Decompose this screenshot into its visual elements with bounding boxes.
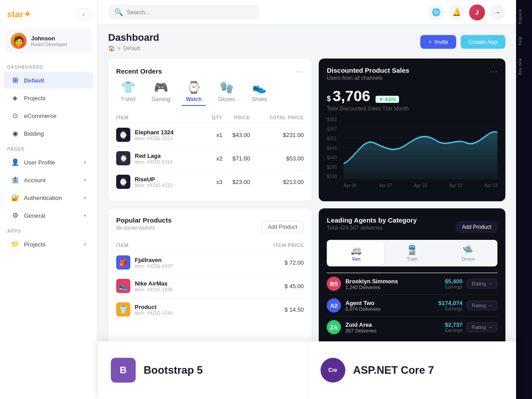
bidding-icon: ◉: [11, 129, 20, 138]
sidebar-item-label: Default: [24, 77, 86, 84]
item-price: $43.00: [223, 123, 250, 147]
search-input[interactable]: [127, 9, 253, 16]
home-icon: 🏠: [108, 45, 115, 51]
dollar-sign: $: [327, 95, 331, 103]
promo-aspnet: Cre ASP.NET Core 7: [307, 341, 516, 399]
rating-label: Rating: [472, 325, 486, 330]
buy-now-button[interactable]: Buy now: [516, 53, 532, 80]
chevron-down-icon: ▾: [84, 177, 86, 183]
item-total: $213.00: [250, 170, 304, 194]
sidebar-item-projects[interactable]: ◈ Projects: [4, 90, 94, 106]
tab-shoes[interactable]: 👟 Shoes: [247, 81, 271, 106]
sidebar-item-label: General: [24, 212, 79, 219]
sidebar-item-account[interactable]: 🏦 Account ▾: [4, 172, 94, 188]
x-label: Apr 07: [379, 183, 392, 188]
tab-label: Train: [407, 256, 418, 262]
user-card[interactable]: 🧑 Johnson React Developer: [5, 28, 92, 53]
item-image: ⌚: [116, 151, 130, 165]
chevron-down-icon: ▾: [84, 195, 86, 201]
tab-gloves[interactable]: 🧤 Gloves: [215, 81, 239, 106]
bell-icon[interactable]: 🔔: [449, 4, 465, 20]
invite-button[interactable]: + Invite: [420, 35, 456, 49]
item-image: 👕: [116, 302, 130, 317]
sidebar-item-bidding[interactable]: ◉ Bidding: [4, 125, 94, 142]
col-price: PRICE: [223, 112, 250, 123]
item-cell: ⌚ Elephant 1324 Item: #XDG-1523: [116, 128, 206, 142]
tab-watch[interactable]: ⌚ Watch: [182, 81, 206, 106]
plus-icon: +: [428, 39, 432, 45]
leading-agents-card: Leading Agents by Category Total 424,567…: [319, 208, 505, 346]
rating-button[interactable]: Rating →: [467, 301, 497, 310]
item-id: Item: #XDG-1836: [135, 287, 173, 292]
agent-row: BS Brooklyn Simmons 1,240 Deliveries $5,…: [327, 273, 497, 294]
popular-products-card: Popular Products 8k social visitors Add …: [108, 208, 312, 346]
chart-svg: [344, 117, 497, 179]
item-name: Product: [135, 304, 173, 310]
sidebar-item-general[interactable]: ⚙ General ▾: [4, 207, 94, 224]
sidebar-item-default[interactable]: ⊞ Default: [4, 72, 94, 89]
rating-label: Rating: [472, 281, 486, 286]
collapse-button[interactable]: ‹: [78, 8, 90, 20]
agent-earnings-label: Earnings: [445, 328, 462, 333]
sales-subtitle: Users from all channels: [327, 75, 409, 81]
tab-train[interactable]: 🚆 Train: [384, 241, 440, 265]
item-name: RiseUP: [135, 176, 173, 183]
col-item: ITEM: [116, 240, 239, 251]
tab-gaming[interactable]: 🎮 Gaming: [149, 81, 173, 106]
topbar-avatar[interactable]: J: [469, 4, 485, 20]
more-icon[interactable]: ⋯: [296, 66, 304, 76]
rating-button[interactable]: Rating →: [467, 322, 497, 332]
item-image: 👟: [116, 279, 130, 293]
tab-tshirt[interactable]: 👕 T-shirt: [116, 81, 140, 106]
item-total: $231.00: [250, 123, 304, 147]
create-app-button[interactable]: Create App: [461, 35, 505, 49]
rating-button[interactable]: Rating →: [467, 279, 497, 289]
tab-van[interactable]: 🚐 Van: [328, 241, 384, 265]
tshirt-icon: 👕: [121, 81, 135, 94]
bootstrap-icon: B: [111, 358, 136, 383]
y-label: $362: [327, 117, 343, 122]
sidebar-item-ecommerce[interactable]: ⊙ eCommerce: [4, 107, 94, 124]
search-bar[interactable]: 🔍: [108, 5, 259, 20]
drone-icon: 🛸: [462, 245, 473, 255]
sidebar-item-user-profile[interactable]: 👤 User Profile ▾: [4, 154, 94, 171]
orders-table: ITEM QTY PRICE TOTAL PRICE ⌚: [116, 112, 304, 193]
add-agent-product-button[interactable]: Add Product: [456, 221, 497, 233]
agent-name: Agent Two: [345, 300, 380, 306]
sidebar-item-projects-app[interactable]: 📁 Projects ▾: [4, 236, 94, 253]
explore-button[interactable]: Explore: [516, 4, 532, 29]
more-icon[interactable]: ⋯: [489, 66, 497, 76]
globe-icon[interactable]: 🌐: [428, 4, 444, 20]
item-price: $23.00: [223, 170, 250, 194]
tab-label: Drone: [462, 256, 475, 262]
sidebar-item-authentication[interactable]: 🔐 Authentication ▾: [4, 189, 94, 206]
tab-drone[interactable]: 🛸 Drone: [440, 241, 496, 265]
sidebar: star✦ ‹ 🧑 Johnson React Developer DASHBO…: [0, 0, 98, 399]
orders-header: Recent Orders ⋯: [116, 66, 304, 76]
products-table: ITEM ITEM PRICE 🎒 Fjallraven: [116, 240, 304, 321]
aspnet-icon: Cre: [321, 358, 345, 383]
x-label: Apr 10: [414, 183, 427, 188]
sidebar-item-label: Authentication: [24, 195, 79, 201]
sidebar-header: star✦ ‹: [0, 0, 97, 25]
arrow-right-icon[interactable]: →: [489, 4, 505, 20]
add-product-button[interactable]: Add Product: [261, 221, 304, 233]
tab-label: Van: [352, 256, 361, 262]
promo-bootstrap: B Bootstrap 5: [98, 341, 307, 399]
item-name: Fjallraven: [135, 257, 173, 263]
tab-label: Watch: [186, 96, 202, 102]
x-label: Apr 18: [484, 183, 497, 188]
y-label: $335: [327, 165, 343, 170]
sidebar-item-label: Bidding: [24, 130, 86, 137]
sales-description: Total Discounted Sales This Month: [327, 106, 497, 112]
item-name: Red Laga: [135, 153, 173, 159]
folder-icon: 📁: [11, 240, 20, 249]
discounted-sales-card: Discounted Product Sales Users from all …: [319, 59, 505, 201]
item-id: Item: #XDG-6437: [135, 263, 173, 269]
gaming-icon: 🎮: [154, 81, 168, 94]
tab-label: Shoes: [252, 96, 267, 102]
sales-amount: 3,706: [332, 87, 370, 105]
sales-badge: ▼ 4.5%: [376, 96, 399, 103]
tab-label: T-shirt: [121, 96, 135, 102]
help-button[interactable]: Help: [516, 31, 532, 51]
